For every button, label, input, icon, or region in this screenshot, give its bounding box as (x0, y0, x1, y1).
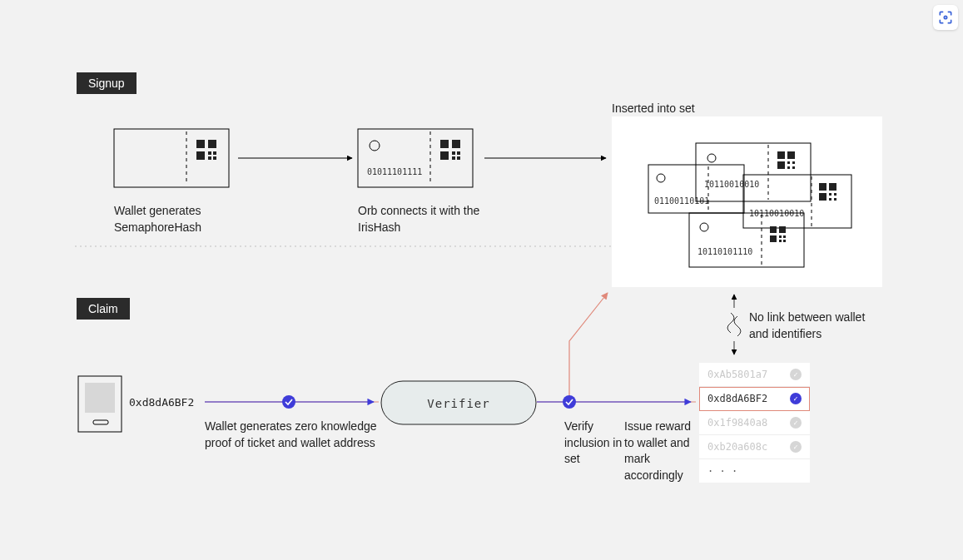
svg-rect-26 (452, 151, 455, 155)
qr-icon (440, 140, 460, 160)
svg-rect-39 (777, 151, 785, 159)
svg-rect-52 (829, 193, 831, 196)
verifier-pill: Verifier (381, 381, 536, 424)
svg-rect-71 (93, 420, 108, 424)
svg-rect-13 (208, 156, 211, 160)
diagram-svg: 01011101111 01100110101 10110010010 (0, 0, 963, 560)
check-icon-left (282, 395, 295, 409)
svg-rect-60 (770, 226, 777, 233)
svg-rect-62 (770, 235, 777, 242)
check-off-icon: ✓ (790, 417, 802, 429)
svg-rect-10 (199, 154, 202, 157)
svg-text:10110010010: 10110010010 (704, 180, 759, 189)
svg-rect-44 (787, 166, 790, 169)
svg-rect-14 (213, 156, 216, 160)
svg-rect-42 (787, 161, 790, 164)
svg-rect-16 (358, 129, 473, 187)
address-row: 0xd8dA6BF2 ✓ (699, 387, 810, 411)
address-row: 0xAb5801a7 ✓ (699, 363, 810, 387)
svg-text:10110101110: 10110101110 (697, 247, 752, 256)
svg-rect-23 (443, 142, 446, 146)
svg-rect-49 (819, 183, 826, 191)
address-value: 0x1f9840a8 (707, 417, 767, 429)
svg-point-77 (563, 395, 576, 409)
svg-rect-43 (792, 161, 795, 164)
svg-rect-61 (779, 226, 786, 233)
diagram-root: Signup Claim Wallet generates SemaphoreH… (0, 0, 963, 560)
address-row: 0x1f9840a8 ✓ (699, 411, 810, 435)
phone-icon (78, 376, 122, 432)
svg-rect-29 (457, 156, 460, 160)
svg-text:Verifier: Verifier (427, 397, 489, 410)
qr-icon (196, 140, 216, 160)
check-icon-right (563, 395, 576, 409)
check-off-icon: ✓ (790, 441, 802, 453)
address-value: 0xd8dA6BF2 (707, 393, 767, 404)
svg-rect-9 (211, 142, 214, 146)
check-on-icon: ✓ (790, 393, 802, 404)
check-off-icon: ✓ (790, 369, 802, 380)
svg-text:01011101111: 01011101111 (367, 167, 422, 176)
svg-rect-28 (452, 156, 455, 160)
svg-point-18 (370, 141, 380, 151)
address-row: 0xb20a608c ✓ (699, 435, 810, 459)
svg-rect-27 (457, 151, 460, 155)
svg-rect-45 (792, 166, 795, 169)
address-list: 0xAb5801a7 ✓ 0xd8dA6BF2 ✓ 0x1f9840a8 ✓ 0… (699, 363, 810, 483)
card-semaphore (114, 129, 229, 187)
svg-rect-51 (819, 193, 826, 201)
ellipsis-label: · · · (707, 465, 737, 477)
address-value: 0xb20a608c (707, 441, 767, 453)
svg-rect-54 (829, 198, 831, 201)
svg-rect-64 (783, 235, 786, 238)
svg-rect-41 (777, 161, 785, 169)
svg-rect-24 (454, 142, 458, 146)
svg-rect-3 (114, 129, 229, 187)
svg-rect-53 (834, 193, 836, 196)
svg-rect-70 (85, 383, 115, 413)
svg-rect-50 (829, 183, 836, 191)
svg-point-76 (282, 395, 295, 409)
no-link-icon (727, 295, 741, 354)
svg-rect-63 (779, 235, 782, 238)
svg-rect-8 (199, 142, 202, 146)
card-orb: 01011101111 (358, 129, 473, 187)
svg-rect-40 (787, 151, 795, 159)
address-row-more: · · · (699, 459, 810, 483)
svg-rect-11 (208, 151, 211, 155)
svg-rect-65 (779, 240, 782, 242)
svg-rect-66 (783, 240, 786, 242)
svg-rect-12 (213, 151, 216, 155)
svg-rect-25 (443, 154, 446, 157)
svg-rect-55 (834, 198, 836, 201)
address-value: 0xAb5801a7 (707, 369, 767, 380)
